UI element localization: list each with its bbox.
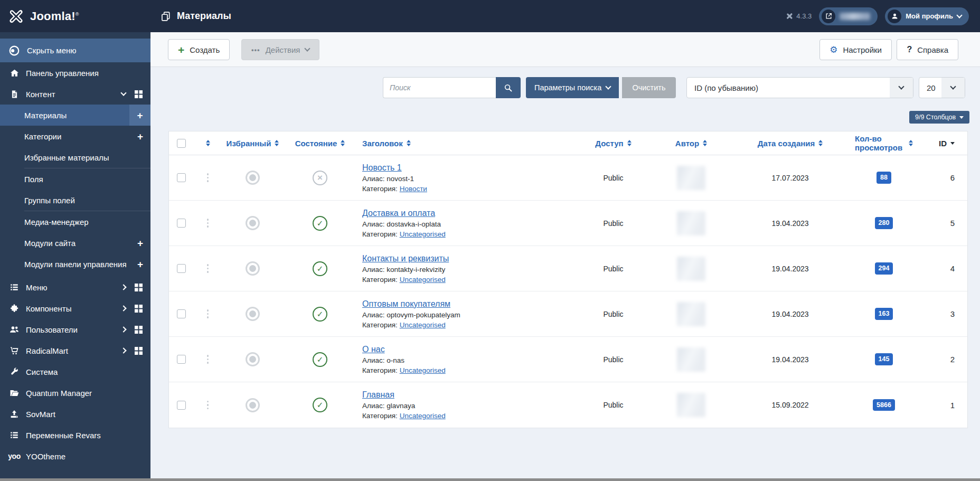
article-title-link[interactable]: Доставка и оплата	[362, 209, 435, 218]
author-cell	[657, 257, 725, 281]
unpublished-icon[interactable]: ×	[313, 171, 327, 185]
row-checkbox[interactable]	[177, 355, 186, 364]
sidebar-subitem[interactable]: Поля	[0, 168, 150, 190]
grid-icon[interactable]	[135, 326, 143, 334]
featured-toggle[interactable]	[222, 352, 283, 366]
category-line: Категория: Uncategorised	[362, 276, 446, 284]
article-title-link[interactable]: Оптовым покупателям	[362, 299, 450, 309]
drag-handle[interactable]	[193, 355, 222, 364]
column-access[interactable]: Доступ	[570, 139, 657, 148]
featured-toggle[interactable]	[222, 171, 283, 185]
sidebar-item[interactable]: RadicalMart	[0, 340, 150, 361]
article-title-link[interactable]: Главная	[362, 390, 394, 400]
sidebar-subitem[interactable]: Медиа-менеджер	[0, 211, 150, 232]
preview-site-button[interactable]	[819, 7, 878, 25]
add-new-icon[interactable]: +	[137, 131, 143, 142]
sidebar-item[interactable]: Переменные Revars	[0, 425, 150, 446]
help-button[interactable]: ? Справка	[897, 39, 958, 60]
new-button[interactable]: + Создать	[168, 39, 230, 60]
add-new-icon[interactable]: +	[137, 238, 143, 248]
select-all-checkbox[interactable]	[169, 139, 193, 148]
row-checkbox[interactable]	[177, 173, 186, 182]
grid-icon[interactable]	[135, 305, 143, 313]
page-size-select[interactable]: 20	[919, 77, 965, 98]
add-new-icon[interactable]: +	[129, 105, 150, 126]
category-line: Категория: Uncategorised	[362, 366, 446, 374]
published-icon[interactable]: ✓	[313, 261, 327, 276]
sidebar-subitem[interactable]: Группы полей	[0, 190, 150, 211]
page-title-block: Материалы	[161, 11, 231, 22]
sidebar-item-dashboard[interactable]: Панель управления	[0, 62, 150, 83]
sidebar-item[interactable]: SovMart	[0, 403, 150, 425]
drag-handle[interactable]	[193, 173, 222, 182]
category-line: Категория: Uncategorised	[362, 230, 446, 238]
title-cell: Контакты и реквизиты Алиас: kontakty-i-r…	[357, 254, 570, 284]
published-icon[interactable]: ✓	[313, 216, 327, 231]
article-title-link[interactable]: Новость 1	[362, 163, 402, 173]
sidebar-item[interactable]: Компоненты	[0, 298, 150, 319]
grid-icon[interactable]	[135, 284, 143, 291]
sort-select[interactable]: ID (по убыванию)	[686, 77, 913, 98]
created-date: 19.04.2023	[725, 219, 855, 228]
featured-toggle[interactable]	[222, 261, 283, 276]
sidebar-subitem[interactable]: Модули панели управления +	[0, 253, 150, 275]
row-checkbox[interactable]	[177, 219, 186, 228]
column-title[interactable]: Заголовок	[357, 139, 570, 148]
sidebar-item[interactable]: Quantum Manager	[0, 382, 150, 403]
drag-handle[interactable]	[193, 264, 222, 273]
article-title-link[interactable]: Контакты и реквизиты	[362, 254, 449, 263]
published-icon[interactable]: ✓	[313, 352, 327, 367]
column-hits[interactable]: Кол-во просмотров	[855, 134, 913, 152]
article-title-link[interactable]: О нас	[362, 345, 385, 354]
sidebar-item[interactable]: yoo YOOtheme	[0, 446, 150, 467]
sidebar-subitem[interactable]: Модули сайта +	[0, 232, 150, 253]
grid-icon[interactable]	[135, 90, 143, 98]
featured-toggle[interactable]	[222, 216, 283, 230]
category-link[interactable]: Uncategorised	[400, 412, 446, 420]
row-checkbox[interactable]	[177, 309, 186, 318]
row-checkbox[interactable]	[177, 401, 186, 410]
sidebar-subitem[interactable]: Категории +	[0, 126, 150, 147]
id-value: 6	[913, 173, 967, 182]
search-tools-button[interactable]: Параметры поиска	[526, 77, 619, 98]
actions-button[interactable]: ••• Действия	[241, 39, 319, 60]
sidebar-subitem[interactable]: Избранные материалы	[0, 147, 150, 168]
search-button[interactable]	[496, 77, 521, 98]
published-icon[interactable]: ✓	[313, 398, 327, 412]
category-link[interactable]: Новости	[400, 185, 427, 193]
profile-menu-button[interactable]: Мой профиль	[885, 7, 969, 25]
sort-order-column[interactable]	[193, 140, 222, 146]
sidebar-item[interactable]: Система	[0, 361, 150, 382]
featured-toggle[interactable]	[222, 398, 283, 412]
category-link[interactable]: Uncategorised	[400, 276, 446, 284]
sidebar-subitem[interactable]: Материалы +	[0, 105, 150, 126]
options-button[interactable]: ⚙ Настройки	[819, 39, 892, 60]
drag-handle[interactable]	[193, 309, 222, 318]
drag-handle[interactable]	[193, 219, 222, 228]
sidebar-item[interactable]: Пользователи	[0, 319, 150, 340]
published-icon[interactable]: ✓	[313, 307, 327, 322]
featured-toggle[interactable]	[222, 307, 283, 321]
columns-button[interactable]: 9/9 Столбцов	[909, 111, 969, 124]
add-new-icon[interactable]: +	[137, 259, 143, 269]
row-checkbox[interactable]	[177, 264, 186, 273]
column-author[interactable]: Автор	[657, 139, 725, 148]
bottom-edge	[0, 478, 980, 481]
search-input[interactable]	[383, 77, 496, 98]
category-link[interactable]: Uncategorised	[400, 230, 446, 238]
column-created[interactable]: Дата создания	[725, 139, 855, 148]
grid-icon[interactable]	[135, 347, 143, 355]
clear-button[interactable]: Очистить	[622, 77, 676, 98]
category-link[interactable]: Uncategorised	[400, 366, 446, 374]
title-cell: Новость 1 Алиас: novost-1 Категория: Нов…	[357, 163, 570, 193]
category-link[interactable]: Uncategorised	[400, 321, 446, 329]
column-featured[interactable]: Избранный	[222, 139, 283, 148]
hide-menu-button[interactable]: Скрыть меню	[0, 39, 150, 62]
column-id[interactable]: ID	[913, 139, 967, 148]
sidebar-item-content[interactable]: Контент	[0, 83, 150, 105]
drag-handle[interactable]	[193, 401, 222, 410]
sidebar-item[interactable]: Меню	[0, 277, 150, 298]
external-link-icon	[822, 10, 835, 23]
sidebar-subitem-label: Модули панели управления	[24, 260, 127, 269]
column-state[interactable]: Состояние	[283, 139, 357, 148]
